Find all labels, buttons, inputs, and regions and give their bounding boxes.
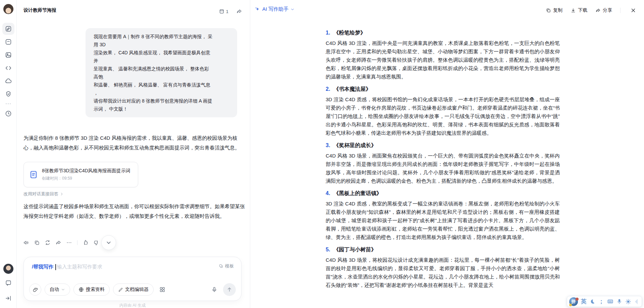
message-action-bar [21,238,101,247]
section-heading: 2.《书本魔法屋》 [326,85,560,93]
document-icon [29,170,38,179]
composer-placeholder: 输入主题和写作要求 [57,264,102,270]
user-message-line: 高饱 [94,73,229,81]
ime-punctuation-toggle[interactable]: ； [598,298,604,305]
assistant-selector[interactable]: AI 写作助手 [255,6,294,12]
history-clock-icon[interactable] [2,108,14,120]
doc-section: 2.《书本魔法屋》 3D 渲染 C4D 质感，将校园图书馆的一角幻化成童话场景，… [326,85,560,137]
doc-section: 5.《园丁与小树苗》 C4D 风格 3D 场景，将校园花坛设计成充满童趣的画面：… [326,246,560,289]
text-caret [55,264,56,270]
doc-card-title: 8张教师节3D渲染C4D风格海报画面提示词 [42,168,130,174]
section-heading: 3.《奖杯里的成长》 [326,141,560,149]
collapse-sidebar-icon[interactable] [2,292,14,304]
globe-icon [78,287,84,292]
thumbs-down-icon[interactable] [92,238,101,247]
chevron-right-icon [60,192,64,196]
ime-collapse-handle[interactable] [635,299,638,304]
doc-editor-button[interactable]: 文档编辑器 [113,284,154,296]
read-aloud-icon[interactable] [21,238,31,247]
action-divider [77,240,77,245]
section-body: 3D 渲染 C4D 质感，教室的黑板变成了一幅立体的童话镇画卷：黑板左侧，老师用… [326,199,560,241]
template-button[interactable]: 模板 [219,263,234,269]
ai-generated-note: 内容由 AI 生成 [23,303,241,308]
section-body: C4D 风格 3D 场景，画面聚焦在校园颁奖台，一个巨大的、带有圆润弧度的金色奖… [326,151,560,185]
chat-panel: 设计教师节海报 1 我现在需要用 A｜制作 8 张不同的教师节主题的海报， 采 … [17,0,250,308]
chevron-down-icon [290,7,294,11]
user-message-line: ， [94,89,229,97]
pencil-icon [118,287,123,292]
search-materials-button[interactable]: 搜索资料 [73,284,110,296]
ime-language-toggle[interactable]: 英 [581,298,587,305]
mode-select[interactable]: 自动 [45,284,70,296]
notes-icon[interactable] [2,36,14,48]
doc-section: 4.《黑板上的童话镇》 3D 渲染 C4D 质感，教室的黑板变成了一幅立体的童话… [326,189,560,241]
ai-intro-paragraph: 为满足你制作 8 张教师节 3D 渲染 C4D 风格海报的需求，我以童真、温馨、… [23,133,246,152]
badge-icon[interactable] [2,88,14,100]
download-icon [571,8,576,13]
section-body: 3D 渲染 C4D 质感，将校园图书馆的一角幻化成童话场景，一本本打开的彩色硬壳… [326,95,560,137]
section-heading: 5.《园丁与小树苗》 [326,246,560,254]
conversation-title: 设计教师节海报 [23,7,56,13]
chevron-down-icon [61,288,65,292]
doc-section: 3.《奖杯里的成长》 C4D 风格 3D 场景，画面聚焦在校园颁奖台，一个巨大的… [326,141,560,185]
ime-keyboard-icon[interactable] [607,298,613,305]
user-message-line: 和温馨、 鲜艳亮丽， 风格温馨、 富有贞与青春活泼气息 [94,81,229,89]
apps-grid-icon[interactable] [157,284,168,295]
share-doc-button[interactable]: 分享 [595,7,612,13]
user-message-line: 并 [94,57,229,65]
regenerate-icon[interactable] [43,238,52,247]
user-message-line: 我现在需要用 A｜制作 8 张不同的教师节主题的海报， 采 [94,33,229,41]
copy-icon [546,8,551,13]
download-doc-button[interactable]: 下载 [571,7,587,13]
app-window: 设计教师节海报 1 我现在需要用 A｜制作 8 张不同的教师节主题的海报， 采 … [0,0,644,308]
cloud-icon[interactable] [2,75,14,87]
ime-settings-gear-icon[interactable] [625,299,631,305]
generated-doc-card[interactable]: 8张教师节3D渲染C4D风格海报画面提示词 创建时间：09:59 [23,162,138,187]
icon-rail [0,0,17,308]
copy-message-icon[interactable] [32,238,42,247]
user-message-bubble: 我现在需要用 A｜制作 8 张不同的教师节主题的海报， 采 用 3D 渲染效果，… [86,28,237,117]
arrow-up-icon [226,287,232,293]
user-avatar[interactable] [3,4,13,14]
ime-toolbar: 拼 英 ； [567,296,642,307]
attach-button[interactable] [29,284,41,296]
ime-fullhalf-moon-icon[interactable] [590,299,595,304]
composer[interactable]: /帮我写作 输入主题和写作要求 模板 自动 搜索资料 [23,257,241,301]
fallback-answer-link[interactable]: 改用对话直接回答 [23,191,64,197]
chat-window-icon[interactable] [2,277,14,289]
compose-icon[interactable] [2,23,14,35]
template-icon [219,264,223,268]
more-actions-icon[interactable] [64,238,74,247]
user-message-line: 请你帮我设计出对应的 8 张教师节创意海报的详细 A 画提 [94,97,229,105]
user-message-line: 用 3D [94,41,229,49]
copy-doc-button[interactable]: 复制 [546,7,562,13]
account-avatar[interactable] [3,264,13,274]
artifact-icon [219,9,224,14]
ime-logo[interactable]: 拼 [569,297,578,306]
close-panel-icon[interactable] [629,6,638,15]
ai-outro-paragraph: 这些提示词涵盖了校园多种场景和师生互动画面，你可以根据实际制作需求调整细节。如果… [23,201,248,221]
scroll-to-bottom-button[interactable] [101,235,116,250]
image-icon[interactable] [2,49,14,61]
section-heading: 4.《黑板上的童话镇》 [326,189,560,197]
user-message-line: 渲染效果， C4D 风格质感呈现， 我希望画面是极具创意 [94,49,229,57]
share-conversation-icon[interactable] [234,7,244,16]
section-body: C4D 风格 3D 场景，将校园花坛设计成充满童趣的画面：花坛里，每一棵小树苗都… [326,256,560,289]
document-content: 1.《粉笔绘梦》 C4D 风格 3D 渲染，画面中央是一间充满童真的教室，木质课… [326,29,560,294]
sparkle-icon [255,6,260,12]
skill-command[interactable]: /帮我写作 [32,264,53,270]
code-icon[interactable] [2,62,14,74]
rail-more-divider [6,103,11,104]
user-message-line: 示词， 中文版！ [94,105,229,113]
share-icon [595,8,601,13]
artifact-count-badge[interactable]: 1 [219,9,228,14]
doc-section: 1.《粉笔绘梦》 C4D 风格 3D 渲染，画面中央是一间充满童真的教室，木质课… [326,29,560,81]
mic-icon[interactable] [209,284,220,295]
writing-assistant-panel: AI 写作助手 复制 下载 分享 1.《粉笔绘梦》 [251,0,644,308]
section-heading: 1.《粉笔绘梦》 [326,29,560,37]
send-button[interactable] [223,283,236,296]
user-message-line: 呈现童真、 温馨和充满感恩之情的校园场景， 整体色彩 [94,65,229,73]
ime-mic-icon[interactable] [616,299,622,304]
share-message-icon[interactable] [54,238,63,247]
thumbs-up-icon[interactable] [81,238,90,247]
